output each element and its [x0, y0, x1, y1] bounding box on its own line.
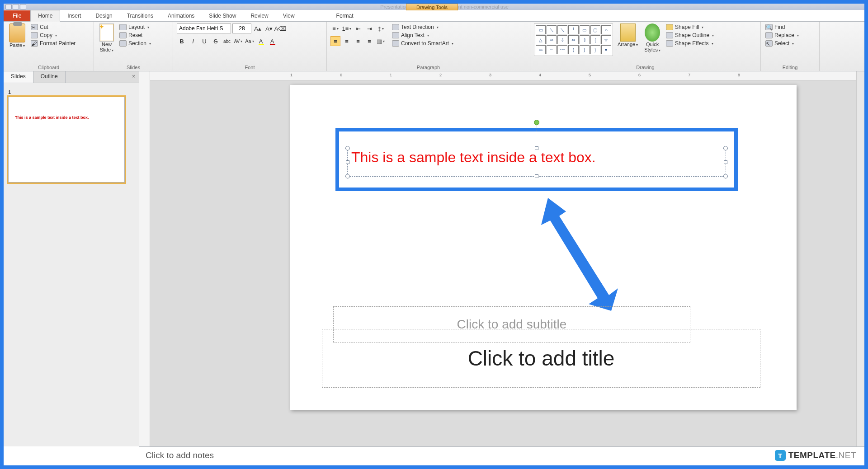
tab-insert[interactable]: Insert — [60, 10, 88, 21]
pane-tab-slides[interactable]: Slides — [4, 71, 33, 83]
vertical-scrollbar[interactable] — [856, 71, 864, 446]
shape-star-icon[interactable]: ☆ — [601, 35, 611, 44]
tab-transitions[interactable]: Transitions — [120, 10, 160, 21]
shape-oval-icon[interactable]: ○ — [601, 25, 611, 34]
format-painter-button[interactable]: 🖌Format Painter — [30, 40, 76, 47]
pane-close-icon[interactable]: × — [128, 71, 139, 83]
justify-button[interactable]: ≡ — [364, 36, 374, 46]
handle-s[interactable] — [535, 174, 538, 178]
paragraph-group-label: Paragraph — [330, 65, 526, 71]
section-label: Section — [128, 40, 146, 47]
shape-arrow-l-icon[interactable]: ⇦ — [536, 45, 546, 54]
qat-save-icon[interactable] — [5, 4, 12, 9]
reset-button[interactable]: Reset — [118, 32, 152, 39]
align-text-button[interactable]: Align Text — [391, 32, 454, 39]
grow-font-button[interactable]: A▴ — [253, 23, 263, 33]
replace-button[interactable]: Replace — [764, 32, 800, 39]
shape-line2-icon[interactable]: ＼ — [557, 25, 567, 34]
shape-arrow-r-icon[interactable]: ⇨ — [547, 35, 557, 44]
line-spacing-button[interactable]: ‡ — [376, 23, 386, 33]
tab-view[interactable]: View — [276, 10, 302, 21]
select-button[interactable]: ↖Select — [764, 40, 800, 47]
tab-file[interactable]: File — [4, 10, 30, 21]
highlight-button[interactable]: A — [256, 36, 266, 46]
arrange-button[interactable]: Arrange — [616, 23, 640, 47]
shape-brace-icon[interactable]: { — [590, 35, 600, 44]
cut-button[interactable]: ✂Cut — [30, 23, 76, 31]
handle-n[interactable] — [535, 146, 538, 150]
italic-button[interactable]: I — [188, 36, 198, 46]
shape-brace2-icon[interactable]: } — [590, 45, 600, 54]
bold-button[interactable]: B — [177, 36, 187, 46]
shape-arrow-lr-icon[interactable]: ⇔ — [568, 35, 578, 44]
new-slide-button[interactable]: New Slide — [98, 23, 116, 52]
qat-redo-icon[interactable] — [20, 4, 26, 9]
handle-w[interactable] — [346, 160, 349, 164]
convert-smartart-button[interactable]: Convert to SmartArt — [391, 40, 454, 47]
replace-label: Replace — [774, 32, 794, 38]
font-color-button[interactable]: A — [267, 36, 277, 46]
quick-styles-button[interactable]: Quick Styles — [642, 23, 662, 52]
shape-textbox-icon[interactable]: ▭ — [536, 25, 546, 34]
shape-rect-icon[interactable]: ▭ — [580, 25, 590, 34]
tab-design[interactable]: Design — [88, 10, 119, 21]
align-center-button[interactable]: ≡ — [342, 36, 352, 46]
copy-button[interactable]: Copy — [30, 32, 76, 39]
handle-sw[interactable] — [345, 174, 350, 178]
shape-arrow-u-icon[interactable]: ⇧ — [580, 35, 590, 44]
rotation-handle[interactable] — [534, 120, 539, 125]
align-left-button[interactable]: ≡ — [330, 36, 340, 46]
shape-effects-button[interactable]: Shape Effects — [665, 40, 715, 47]
shape-bracket2-icon[interactable]: ) — [580, 45, 590, 54]
shape-roundrect-icon[interactable]: ▢ — [590, 25, 600, 34]
shape-bracket-icon[interactable]: ( — [568, 45, 578, 54]
tab-review[interactable]: Review — [243, 10, 275, 21]
numbering-button[interactable]: 1≡ — [342, 23, 352, 33]
paste-button[interactable]: Paste — [7, 23, 27, 48]
notes-pane[interactable]: Click to add notes — [139, 446, 864, 465]
shape-fill-button[interactable]: Shape Fill — [665, 23, 715, 31]
section-button[interactable]: Section — [118, 40, 152, 47]
decrease-indent-button[interactable]: ⇤ — [353, 23, 363, 33]
handle-se[interactable] — [723, 174, 728, 178]
slide-canvas[interactable]: This is a sample text inside a text box.… — [290, 85, 797, 410]
shape-more-icon[interactable]: ▾ — [601, 45, 611, 54]
text-direction-button[interactable]: Text Direction — [391, 23, 454, 31]
align-right-button[interactable]: ≡ — [353, 36, 363, 46]
underline-button[interactable]: U — [199, 36, 209, 46]
change-case-button[interactable]: Aa — [245, 36, 255, 46]
shape-line-icon[interactable]: ＼ — [547, 25, 557, 34]
shadow-button[interactable]: abc — [222, 36, 232, 46]
increase-indent-button[interactable]: ⇥ — [364, 23, 374, 33]
shape-connector-icon[interactable]: └ — [568, 25, 578, 34]
handle-ne[interactable] — [723, 146, 728, 150]
shape-arrow-d-icon[interactable]: ⇩ — [557, 35, 567, 44]
find-button[interactable]: 🔍Find — [764, 23, 800, 31]
columns-button[interactable]: ▥ — [376, 36, 386, 46]
shape-wave-icon[interactable]: 〰 — [557, 45, 567, 54]
strike-button[interactable]: S — [211, 36, 221, 46]
font-size-select[interactable] — [232, 23, 251, 33]
layout-button[interactable]: Layout — [118, 23, 152, 31]
clear-formatting-button[interactable]: A⌫ — [275, 23, 285, 33]
shapes-gallery[interactable]: ▭＼＼└▭▢○ △⇨⇩⇔⇧{☆ ⇦～〰()}▾ — [534, 23, 613, 56]
tab-format[interactable]: Format — [329, 10, 361, 21]
tab-animations[interactable]: Animations — [160, 10, 202, 21]
char-spacing-button[interactable]: AV — [233, 36, 243, 46]
bullets-button[interactable]: ≡ — [330, 23, 340, 33]
title-placeholder[interactable]: Click to add title — [322, 329, 760, 388]
shrink-font-button[interactable]: A▾ — [264, 23, 274, 33]
shape-curve-icon[interactable]: ～ — [547, 45, 557, 54]
tab-slideshow[interactable]: Slide Show — [202, 10, 243, 21]
slide-thumbnail[interactable]: This is a sample text inside a text box. — [8, 97, 125, 183]
shape-triangle-icon[interactable]: △ — [536, 35, 546, 44]
handle-e[interactable] — [724, 160, 727, 164]
textbox-selection[interactable]: This is a sample text inside a text box. — [347, 148, 726, 177]
pane-tab-outline[interactable]: Outline — [33, 71, 66, 83]
tab-home[interactable]: Home — [30, 10, 60, 22]
qat-undo-icon[interactable] — [13, 4, 19, 9]
textbox-content[interactable]: This is a sample text inside a text box. — [348, 148, 726, 167]
handle-nw[interactable] — [345, 146, 350, 150]
font-name-select[interactable] — [177, 23, 231, 33]
shape-outline-button[interactable]: Shape Outline — [665, 32, 715, 39]
